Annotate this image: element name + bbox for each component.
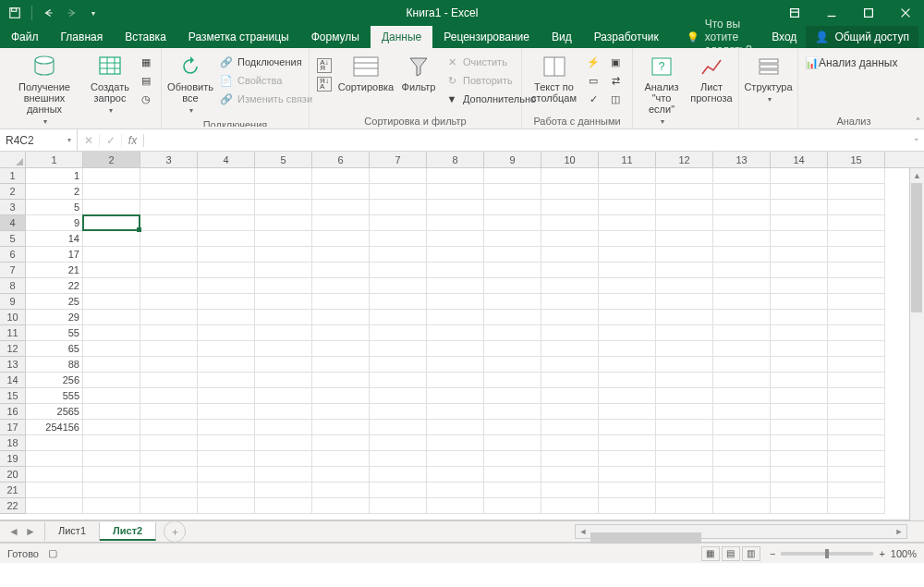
cell-r9-c1[interactable]: 25 <box>26 294 83 310</box>
cell-r5-c6[interactable] <box>312 231 370 247</box>
cell-r14-c15[interactable] <box>828 373 885 388</box>
forecast-sheet-button[interactable]: Лист прогноза <box>688 52 735 105</box>
cell-r19-c4[interactable] <box>198 451 255 467</box>
cell-r16-c12[interactable] <box>656 404 713 420</box>
cell-r21-c12[interactable] <box>656 483 713 498</box>
cell-r15-c7[interactable] <box>370 388 427 404</box>
cell-r10-c9[interactable] <box>484 310 541 325</box>
cell-r5-c2[interactable] <box>83 231 140 247</box>
cell-r6-c15[interactable] <box>828 247 885 263</box>
cell-r6-c12[interactable] <box>656 247 713 263</box>
cell-r11-c4[interactable] <box>198 325 255 341</box>
cell-r9-c2[interactable] <box>83 294 140 310</box>
scroll-up-icon[interactable]: ▲ <box>910 168 924 183</box>
zoom-slider[interactable] <box>781 552 873 556</box>
col-header-9[interactable]: 9 <box>484 152 541 167</box>
cell-r15-c3[interactable] <box>140 388 198 404</box>
cell-r11-c14[interactable] <box>771 325 828 341</box>
cell-r17-c8[interactable] <box>427 420 484 435</box>
cell-r18-c1[interactable] <box>26 435 83 451</box>
tab-Вид[interactable]: Вид <box>541 26 583 48</box>
cell-r11-c13[interactable] <box>713 325 771 341</box>
cell-r13-c10[interactable] <box>541 357 599 373</box>
sheet-tab-Лист1[interactable]: Лист1 <box>44 522 100 541</box>
cell-r22-c14[interactable] <box>771 498 828 514</box>
tab-Вставка[interactable]: Вставка <box>114 26 177 48</box>
cell-r10-c7[interactable] <box>370 310 427 325</box>
cell-r18-c2[interactable] <box>83 435 140 451</box>
cell-r16-c8[interactable] <box>427 404 484 420</box>
cell-r9-c9[interactable] <box>484 294 541 310</box>
cell-r15-c9[interactable] <box>484 388 541 404</box>
cell-r10-c11[interactable] <box>599 310 656 325</box>
cell-r14-c13[interactable] <box>713 373 771 388</box>
cell-r10-c3[interactable] <box>140 310 198 325</box>
cell-r7-c14[interactable] <box>771 263 828 278</box>
cell-r15-c8[interactable] <box>427 388 484 404</box>
cell-r19-c12[interactable] <box>656 451 713 467</box>
cell-r3-c9[interactable] <box>484 200 541 215</box>
cell-r15-c2[interactable] <box>83 388 140 404</box>
cell-r6-c14[interactable] <box>771 247 828 263</box>
relationships-button[interactable]: ⇄ <box>606 72 625 89</box>
spreadsheet-grid[interactable]: 123456789101112131415 112235495146177218… <box>0 152 924 520</box>
cell-r16-c3[interactable] <box>140 404 198 420</box>
cell-r14-c14[interactable] <box>771 373 828 388</box>
cell-r18-c6[interactable] <box>312 435 370 451</box>
cell-r18-c14[interactable] <box>771 435 828 451</box>
zoom-in-icon[interactable]: + <box>879 548 884 559</box>
col-header-3[interactable]: 3 <box>140 152 198 167</box>
cell-r15-c11[interactable] <box>599 388 656 404</box>
cell-r6-c5[interactable] <box>255 247 312 263</box>
cell-r17-c13[interactable] <box>713 420 771 435</box>
cancel-formula-icon[interactable]: ✕ <box>78 134 100 147</box>
cell-r14-c10[interactable] <box>541 373 599 388</box>
sheet-tab-Лист2[interactable]: Лист2 <box>100 522 156 541</box>
cell-r22-c6[interactable] <box>312 498 370 514</box>
view-normal-icon[interactable]: ▦ <box>701 546 720 561</box>
row-header-7[interactable]: 7 <box>0 263 26 278</box>
cell-r18-c4[interactable] <box>198 435 255 451</box>
cell-r13-c12[interactable] <box>656 357 713 373</box>
close-icon[interactable] <box>887 0 924 26</box>
cell-r7-c10[interactable] <box>541 263 599 278</box>
cell-r14-c7[interactable] <box>370 373 427 388</box>
cell-r11-c11[interactable] <box>599 325 656 341</box>
cell-r7-c6[interactable] <box>312 263 370 278</box>
col-header-11[interactable]: 11 <box>599 152 656 167</box>
cell-r20-c5[interactable] <box>255 467 312 483</box>
cell-r13-c1[interactable]: 88 <box>26 357 83 373</box>
cell-r1-c10[interactable] <box>541 168 599 184</box>
manage-model-button[interactable]: ◫ <box>606 91 625 107</box>
row-header-8[interactable]: 8 <box>0 278 26 294</box>
cell-r16-c11[interactable] <box>599 404 656 420</box>
cell-r16-c5[interactable] <box>255 404 312 420</box>
cell-r11-c6[interactable] <box>312 325 370 341</box>
cell-r5-c3[interactable] <box>140 231 198 247</box>
cell-r1-c13[interactable] <box>713 168 771 184</box>
cell-r3-c5[interactable] <box>255 200 312 215</box>
cell-r21-c5[interactable] <box>255 483 312 498</box>
cell-r3-c11[interactable] <box>599 200 656 215</box>
col-header-6[interactable]: 6 <box>312 152 370 167</box>
cell-r15-c4[interactable] <box>198 388 255 404</box>
get-external-data-button[interactable]: Получение внешних данных▾ <box>6 52 83 129</box>
cell-r12-c9[interactable] <box>484 341 541 357</box>
cell-r20-c1[interactable] <box>26 467 83 483</box>
cell-r7-c9[interactable] <box>484 263 541 278</box>
cell-r2-c15[interactable] <box>828 184 885 200</box>
cell-r15-c15[interactable] <box>828 388 885 404</box>
view-page-layout-icon[interactable]: ▤ <box>722 546 740 561</box>
formula-input[interactable] <box>144 129 924 151</box>
cell-r17-c4[interactable] <box>198 420 255 435</box>
tab-Разметка страницы[interactable]: Разметка страницы <box>177 26 300 48</box>
cell-r8-c5[interactable] <box>255 278 312 294</box>
cell-r16-c6[interactable] <box>312 404 370 420</box>
cell-r18-c13[interactable] <box>713 435 771 451</box>
cell-r3-c15[interactable] <box>828 200 885 215</box>
cell-r4-c4[interactable] <box>198 215 255 231</box>
row-header-12[interactable]: 12 <box>0 341 26 357</box>
cell-r19-c13[interactable] <box>713 451 771 467</box>
cell-r5-c7[interactable] <box>370 231 427 247</box>
cell-r11-c2[interactable] <box>83 325 140 341</box>
